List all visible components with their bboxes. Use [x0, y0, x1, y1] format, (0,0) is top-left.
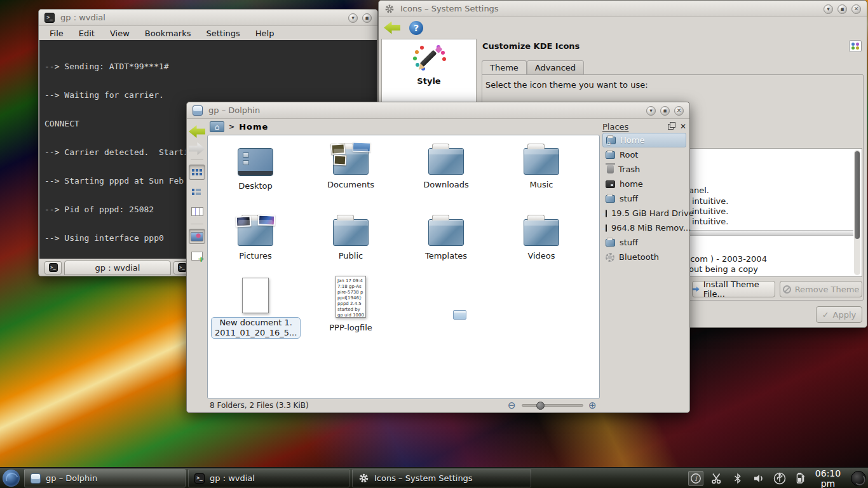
arrow-right-icon [693, 287, 700, 292]
apply-button[interactable]: ✓ Apply [816, 306, 862, 323]
dolphin-title: gp – Dolphin [208, 105, 260, 115]
install-theme-button[interactable]: Install Theme File... [692, 281, 775, 297]
volume-icon[interactable] [751, 471, 766, 486]
menu-file[interactable]: File [50, 29, 64, 38]
icons-view-button[interactable] [189, 165, 205, 180]
columns-view-button[interactable] [189, 204, 205, 219]
home-folder-icon[interactable]: ⌂ [210, 121, 224, 132]
close-panel-icon[interactable]: ✕ [680, 122, 686, 131]
task-wvdial[interactable]: >_ gp : wvdial [188, 469, 349, 487]
plasma-cashew-icon[interactable] [851, 471, 866, 486]
selected-file-label: New document 1. 2011_01_20_16_5... [211, 317, 301, 339]
scrollbar-thumb[interactable] [855, 151, 860, 239]
file-item[interactable]: Documents [306, 143, 395, 189]
maximize-button[interactable]: ▪ [362, 13, 372, 23]
maximize-button[interactable]: ▪ [660, 106, 670, 116]
preview-button[interactable] [189, 229, 205, 244]
folder-icon [606, 151, 615, 159]
places-panel: Places ✕ ⌂ Home Root Trash home [602, 120, 686, 264]
new-tab-button[interactable]: >_ [44, 261, 62, 274]
file-item[interactable]: Desktop [211, 143, 300, 191]
folder-icon [333, 219, 369, 246]
file-view[interactable]: Desktop Documents Downloads Music [207, 135, 600, 399]
zoom-in-icon[interactable]: ⊕ [588, 400, 597, 411]
zoom-slider-handle[interactable] [536, 402, 545, 410]
file-item[interactable]: Jan 17 09:47:18 gp-Aspire-5738 pppd[1946… [306, 276, 395, 332]
place-item-home[interactable]: ⌂ Home [602, 133, 686, 147]
file-item-selected[interactable]: New document 1. 2011_01_20_16_5... [211, 278, 300, 339]
folder-icon [606, 195, 615, 203]
details-view-button[interactable] [189, 184, 205, 200]
file-item[interactable]: Pictures [211, 214, 300, 261]
scrollbar[interactable] [854, 150, 860, 275]
place-item-bluetooth[interactable]: Bluetooth [602, 250, 686, 264]
settings-tabs: Theme Advanced [482, 60, 584, 75]
file-item[interactable]: Music [497, 143, 586, 189]
terminal-menubar: File Edit View Bookmarks Settings Help [39, 26, 377, 40]
photo-thumbnail [258, 215, 276, 226]
detach-panel-icon[interactable] [668, 124, 674, 130]
place-item-trash[interactable]: Trash [602, 162, 686, 177]
menu-bookmarks[interactable]: Bookmarks [145, 29, 191, 38]
sidebar-item-style[interactable]: Style [382, 44, 476, 86]
dolphin-statusbar: 8 Folders, 2 Files (3.3 KiB) ⊖ ⊕ [187, 398, 689, 412]
dolphin-window-buttons: ▾ ▪ ✕ [646, 106, 684, 116]
usb-device-icon[interactable] [772, 471, 787, 486]
tab-theme[interactable]: Theme [482, 60, 527, 75]
folder-home-icon: ⌂ [606, 137, 616, 144]
menu-view[interactable]: View [110, 29, 130, 38]
place-item-stuff2[interactable]: stuff [602, 235, 686, 250]
place-item-hard-drive[interactable]: 19.5 GiB Hard Drive [602, 206, 686, 220]
terminal-tab[interactable]: gp : wvdial [64, 261, 171, 275]
minimize-button[interactable]: ▾ [824, 4, 833, 14]
place-item-stuff[interactable]: stuff [602, 191, 686, 206]
task-system-settings[interactable]: Icons – System Settings [352, 469, 531, 487]
terminal-titlebar[interactable]: >_ gp : wvdial [39, 10, 377, 26]
file-item[interactable]: Templates [402, 214, 491, 261]
folder-icon [524, 148, 559, 175]
minimize-button[interactable]: ▾ [348, 13, 358, 23]
close-button[interactable]: ✕ [851, 4, 861, 14]
terminal-window-buttons: ▾ ▪ [348, 13, 372, 23]
zoom-slider[interactable] [522, 404, 583, 407]
gear-icon [384, 4, 395, 14]
menu-edit[interactable]: Edit [79, 29, 95, 38]
menu-help[interactable]: Help [255, 29, 275, 38]
breadcrumb-separator: > [229, 123, 234, 131]
split-view-button[interactable] [189, 248, 205, 264]
forward-arrow-icon[interactable] [189, 142, 205, 155]
settings-titlebar[interactable]: Icons – System Settings [379, 1, 867, 17]
dolphin-side-toolbar [187, 119, 207, 398]
dolphin-titlebar[interactable]: gp – Dolphin [187, 102, 689, 119]
minimize-button[interactable]: ▾ [646, 106, 656, 116]
place-item-removable[interactable]: 964.8 MiB Remov... [602, 220, 686, 235]
details-view-icon [192, 189, 194, 191]
file-item[interactable]: Downloads [402, 143, 491, 189]
klipper-scissors-icon[interactable] [709, 471, 724, 486]
task-dolphin[interactable]: gp – Dolphin [24, 469, 186, 487]
battery-icon[interactable] [793, 471, 808, 486]
notifications-info-icon[interactable]: i [688, 471, 703, 486]
logfile-icon: Jan 17 09:47:18 gp-Aspire-5738 pppd[1946… [336, 276, 366, 318]
file-item[interactable]: Public [306, 214, 395, 261]
place-item-root[interactable]: Root [602, 147, 686, 162]
overview-grid-icon[interactable] [849, 40, 862, 52]
theme-list-text: intuitive. [692, 217, 728, 226]
help-icon[interactable]: ? [409, 21, 423, 35]
clock[interactable]: 06:10 pm Sun, 6 Feb [808, 468, 848, 488]
breadcrumb-home[interactable]: Home [239, 122, 268, 132]
kde-launcher-icon[interactable] [3, 470, 20, 487]
maximize-button[interactable]: ▪ [837, 4, 847, 14]
zoom-out-icon[interactable]: ⊖ [508, 400, 516, 411]
back-arrow-icon[interactable] [189, 125, 205, 138]
breadcrumb: ⌂ > Home [207, 119, 268, 135]
menu-settings[interactable]: Settings [206, 29, 240, 38]
place-item-home-partition[interactable]: home [602, 177, 686, 191]
tab-advanced[interactable]: Advanced [527, 60, 584, 75]
back-arrow-icon[interactable] [384, 22, 400, 34]
close-button[interactable]: ✕ [674, 106, 684, 116]
remove-theme-button[interactable]: Remove Theme [780, 281, 862, 297]
file-item[interactable]: Videos [497, 214, 586, 261]
style-pencil-icon [414, 44, 444, 72]
bluetooth-icon[interactable] [730, 471, 745, 486]
